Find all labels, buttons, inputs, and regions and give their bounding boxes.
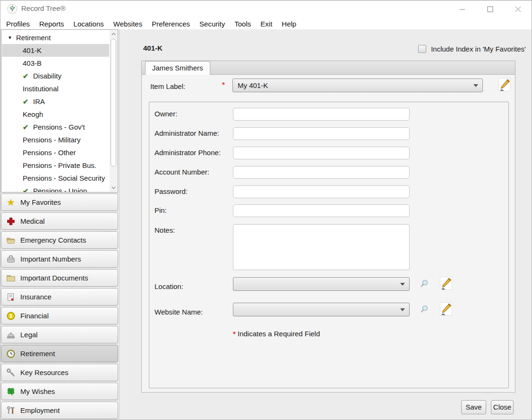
tree-item-401k[interactable]: 401-K xyxy=(2,44,109,57)
account-number-label: Account Number: xyxy=(154,168,232,176)
menu-locations[interactable]: Locations xyxy=(69,19,109,29)
account-number-field[interactable] xyxy=(233,166,410,179)
item-label-dropdown[interactable]: My 401-K xyxy=(232,79,483,92)
menu-websites[interactable]: Websites xyxy=(109,19,147,29)
owner-field[interactable] xyxy=(233,108,410,121)
checkmark-icon: ✔ xyxy=(23,70,33,82)
close-button[interactable]: Close xyxy=(491,400,514,414)
tree-root-retirement[interactable]: ▼ Retirement xyxy=(2,31,109,44)
include-index-checkbox[interactable] xyxy=(418,45,426,53)
dollar-coin-icon: $ xyxy=(5,310,17,322)
menu-exit[interactable]: Exit xyxy=(256,19,277,29)
tree-item-pensions-private[interactable]: Pensions - Private Bus. xyxy=(2,159,109,172)
owner-label: Owner: xyxy=(154,110,232,118)
title-bar: Record Tree® xyxy=(0,0,532,18)
details-groupbox: Owner: Administrator Name: Administrator… xyxy=(149,102,509,388)
category-button-financial[interactable]: $ Financial xyxy=(1,307,118,324)
website-name-label: Website Name: xyxy=(154,308,232,316)
checkmark-icon: ✔ xyxy=(23,121,33,133)
tree-item-pensions-other[interactable]: Pensions - Other xyxy=(2,146,109,159)
star-icon: ★ xyxy=(5,197,17,208)
edit-item-label-pencil-icon[interactable] xyxy=(498,78,511,93)
dropdown-arrow-icon xyxy=(400,308,405,311)
menu-profiles[interactable]: Profiles xyxy=(1,19,34,29)
include-index-row: Include Index in 'My Favorites' xyxy=(418,45,526,53)
category-button-key-resources[interactable]: Key Resources xyxy=(1,364,118,381)
close-button[interactable] xyxy=(504,0,532,18)
category-button-insurance[interactable]: Insurance xyxy=(1,288,118,306)
category-button-legal[interactable]: Legal xyxy=(1,326,118,343)
menu-tools[interactable]: Tools xyxy=(230,19,256,29)
chevron-down-icon: ▼ xyxy=(8,31,12,44)
website-name-dropdown[interactable] xyxy=(233,303,410,316)
category-button-medical[interactable]: Medical xyxy=(1,212,118,230)
scroll-down-icon[interactable] xyxy=(110,184,117,192)
dropdown-arrow-icon xyxy=(473,84,478,87)
required-asterisk: * xyxy=(222,80,225,88)
pin-field[interactable] xyxy=(233,204,410,217)
required-field-note: * Indicates a Required Field xyxy=(233,330,320,338)
tree-item-pensions-govt[interactable]: ✔Pensions - Gov't xyxy=(2,121,109,133)
menu-preferences[interactable]: Preferences xyxy=(147,19,195,29)
tree-item-institutional[interactable]: Institutional xyxy=(2,82,109,95)
record-form: Item Label: * My 401-K Owner: Administra… xyxy=(141,74,515,393)
retirement-tree-panel: ▼ Retirement 401-K 403-B ✔Disability Ins… xyxy=(1,29,118,192)
tree-item-pensions-military[interactable]: Pensions - Military xyxy=(2,133,109,146)
item-label-label: Item Label: xyxy=(150,82,185,90)
dome-icon xyxy=(5,329,17,341)
tree-item-disability[interactable]: ✔Disability xyxy=(2,70,109,82)
maximize-button[interactable] xyxy=(476,0,504,18)
checkmark-icon: ✔ xyxy=(23,95,33,108)
location-edit-pencil-icon[interactable] xyxy=(440,277,452,291)
key-icon xyxy=(5,367,17,378)
password-field[interactable] xyxy=(233,185,410,198)
clover-icon xyxy=(5,386,17,397)
tree-item-403b[interactable]: 403-B xyxy=(2,57,109,70)
page-title: 401-K xyxy=(143,44,163,52)
website-edit-pencil-icon[interactable] xyxy=(440,302,452,317)
category-button-retirement[interactable]: Retirement xyxy=(1,345,118,362)
category-button-important-numbers[interactable]: Important Numbers xyxy=(1,250,118,268)
main-panel: 401-K Include Index in 'My Favorites' Ja… xyxy=(119,29,532,420)
category-button-my-wishes[interactable]: My Wishes xyxy=(1,383,118,400)
location-label: Location: xyxy=(154,282,232,290)
tools-icon xyxy=(5,405,17,416)
administrator-phone-label: Administrator Phone: xyxy=(154,149,232,157)
folder-icon xyxy=(5,272,17,284)
category-button-important-documents[interactable]: Important Documents xyxy=(1,269,118,287)
tree-scrollbar[interactable] xyxy=(110,30,117,192)
password-label: Password: xyxy=(154,187,232,195)
checkmark-icon: ✔ xyxy=(23,184,33,192)
menu-reports[interactable]: Reports xyxy=(34,19,69,29)
notes-label: Notes: xyxy=(154,226,232,234)
save-button[interactable]: Save xyxy=(461,400,486,414)
category-button-my-favorites[interactable]: ★ My Favorites xyxy=(1,193,118,211)
medical-cross-icon xyxy=(5,216,17,227)
item-label-value: My 401-K xyxy=(238,81,268,89)
category-button-employment[interactable]: Employment xyxy=(1,402,118,419)
profile-tab-strip: James Smithers xyxy=(141,61,515,75)
notes-field[interactable] xyxy=(233,224,410,270)
tree-item-ira[interactable]: ✔IRA xyxy=(2,95,109,108)
menu-help[interactable]: Help xyxy=(277,19,301,29)
tree-item-pensions-union[interactable]: ✔Pensions - Union xyxy=(2,184,109,192)
menu-security[interactable]: Security xyxy=(195,19,230,29)
open-folder-icon xyxy=(5,235,17,246)
location-search-magnifier-icon[interactable] xyxy=(420,279,429,290)
minimize-button[interactable] xyxy=(448,0,476,18)
location-dropdown[interactable] xyxy=(233,277,410,291)
administrator-name-field[interactable] xyxy=(233,127,410,140)
website-search-magnifier-icon[interactable] xyxy=(420,305,429,315)
left-sidebar: ▼ Retirement 401-K 403-B ✔Disability Ins… xyxy=(1,29,118,420)
tab-james-smithers[interactable]: James Smithers xyxy=(145,61,210,75)
category-button-list: ★ My Favorites Medical Emergency Contact… xyxy=(1,193,118,419)
scrollbar-thumb[interactable] xyxy=(111,39,116,166)
scroll-up-icon[interactable] xyxy=(110,30,117,38)
svg-text:$: $ xyxy=(9,313,12,318)
administrator-name-label: Administrator Name: xyxy=(154,129,232,137)
insurance-document-icon xyxy=(5,291,17,303)
category-button-emergency-contacts[interactable]: Emergency Contacts xyxy=(1,231,118,249)
tree-item-pensions-social[interactable]: Pensions - Social Security xyxy=(2,172,109,184)
tree-item-keogh[interactable]: Keogh xyxy=(2,108,109,121)
administrator-phone-field[interactable] xyxy=(233,147,410,159)
